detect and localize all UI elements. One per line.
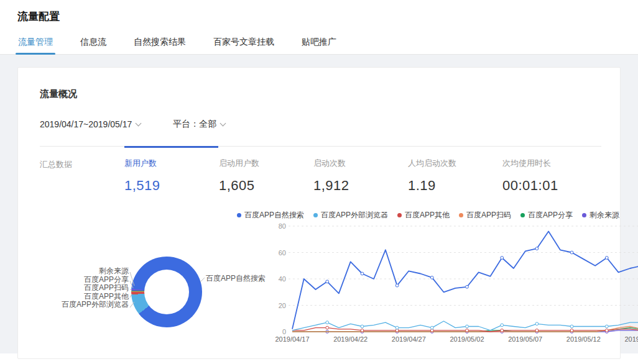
line-chart[interactable]: 0204060802019/04/172019/04/222019/04/272… <box>271 221 638 355</box>
chevron-down-icon <box>136 120 142 126</box>
stat-avg-session-duration[interactable]: 次均使用时长 00:01:01 <box>502 158 597 194</box>
platform-value: 全部 <box>199 119 216 130</box>
date-range-value: 2019/04/17~2019/05/17 <box>40 119 132 129</box>
legend-item-2[interactable]: 百度APP其他 <box>397 210 450 221</box>
svg-text:2019/04/27: 2019/04/27 <box>392 335 426 343</box>
pie-label-app-external-browser: 百度APP外部浏览器 <box>40 301 129 309</box>
stat-avg-launches-per-user[interactable]: 人均启动次数 1.19 <box>408 158 502 194</box>
stat-value: 1,912 <box>313 178 408 194</box>
traffic-overview-card: 流量概况 2019/04/17~2019/05/17 平台： 全部 汇总数据 新… <box>17 67 621 359</box>
svg-text:2019/05/12: 2019/05/12 <box>566 335 601 343</box>
stat-label: 启动用户数 <box>219 158 313 169</box>
donut-chart[interactable] <box>131 257 202 327</box>
svg-text:2019/05/02: 2019/05/02 <box>450 335 484 343</box>
charts-section: 百度APP自然搜索百度APP外部浏览器百度APP其他百度APP扫码百度APP分享… <box>40 207 601 364</box>
tab-baijiahao-article-mount[interactable]: 百家号文章挂载 <box>211 37 277 54</box>
chart-legend: 百度APP自然搜索百度APP外部浏览器百度APP其他百度APP扫码百度APP分享… <box>237 210 619 221</box>
stat-label: 人均启动次数 <box>408 158 502 169</box>
legend-item-0[interactable]: 百度APP自然搜索 <box>237 210 304 221</box>
legend-item-3[interactable]: 百度APP扫码 <box>459 210 511 221</box>
svg-text:0: 0 <box>282 328 286 335</box>
svg-text:40: 40 <box>279 275 286 283</box>
active-stat-indicator <box>124 146 218 148</box>
donut-hole <box>144 270 189 314</box>
svg-text:2019/05/07: 2019/05/07 <box>508 335 542 343</box>
card-title: 流量概况 <box>40 88 601 100</box>
pie-label-app-other: 百度APP其他 <box>40 293 129 301</box>
legend-label: 百度APP外部浏览器 <box>321 210 388 221</box>
svg-text:2019/05/17: 2019/05/17 <box>624 335 638 343</box>
tab-traffic-management[interactable]: 流量管理 <box>16 37 55 54</box>
tab-tieba-promotion[interactable]: 贴吧推广 <box>299 37 339 54</box>
legend-dot-icon <box>237 213 241 217</box>
page-header: 流量配置 <box>0 0 638 24</box>
tab-bar: 流量管理 信息流 自然搜索结果 百家号文章挂载 贴吧推广 <box>0 35 638 55</box>
stat-value: 1,605 <box>219 178 313 194</box>
stat-label: 启动次数 <box>313 158 408 169</box>
stat-launch-count[interactable]: 启动次数 1,912 <box>313 158 408 194</box>
legend-label: 百度APP自然搜索 <box>244 210 304 221</box>
summary-data-label: 汇总数据 <box>40 158 124 194</box>
pie-label-app-share: 百度APP分享 <box>40 276 129 284</box>
stat-value: 1,519 <box>124 178 219 194</box>
platform-label: 平台： <box>173 119 199 130</box>
donut-left-labels: 剩余来源 百度APP分享 百度APP扫码 百度APP其他 百度APP外部浏览器 <box>40 267 129 309</box>
legend-label: 百度APP分享 <box>528 210 573 221</box>
filter-row: 2019/04/17~2019/05/17 平台： 全部 <box>40 119 601 130</box>
pie-label-remaining-sources: 剩余来源 <box>40 267 129 276</box>
pie-label-app-natural-search: 百度APP自然搜索 <box>206 273 266 284</box>
svg-text:2019/04/17: 2019/04/17 <box>275 335 309 343</box>
stat-new-users[interactable]: 新用户数 1,519 <box>124 158 219 194</box>
legend-dot-icon <box>313 213 318 217</box>
tab-info-flow[interactable]: 信息流 <box>78 37 109 54</box>
legend-dot-icon <box>520 213 525 217</box>
page-title: 流量配置 <box>17 9 638 24</box>
legend-dot-icon <box>582 213 586 217</box>
svg-text:80: 80 <box>279 222 286 230</box>
svg-text:60: 60 <box>279 249 286 257</box>
pie-label-app-scan: 百度APP扫码 <box>40 284 129 293</box>
stat-value: 1.19 <box>408 178 502 194</box>
svg-text:20: 20 <box>279 302 286 309</box>
line-chart-area: 0204060802019/04/172019/04/222019/04/272… <box>271 221 638 364</box>
date-range-select[interactable]: 2019/04/17~2019/05/17 <box>40 119 141 129</box>
tab-natural-search-results[interactable]: 自然搜索结果 <box>131 37 188 54</box>
chevron-down-icon <box>220 120 226 126</box>
legend-label: 百度APP扫码 <box>466 210 511 221</box>
stats-divider <box>40 146 601 147</box>
platform-select[interactable]: 平台： 全部 <box>173 119 225 130</box>
legend-dot-icon <box>459 213 463 217</box>
stat-value: 00:01:01 <box>502 178 597 194</box>
legend-item-5[interactable]: 剩余来源 <box>582 210 619 221</box>
stat-launch-users[interactable]: 启动用户数 1,605 <box>219 158 313 194</box>
legend-dot-icon <box>397 213 402 217</box>
legend-item-4[interactable]: 百度APP分享 <box>520 210 573 221</box>
legend-item-1[interactable]: 百度APP外部浏览器 <box>313 210 388 221</box>
legend-label: 剩余来源 <box>589 210 619 221</box>
stat-label: 新用户数 <box>124 158 219 169</box>
svg-text:2019/04/22: 2019/04/22 <box>333 335 368 343</box>
stats-row: 汇总数据 新用户数 1,519 启动用户数 1,605 启动次数 1,912 人… <box>40 147 601 194</box>
content-background: 流量概况 2019/04/17~2019/05/17 平台： 全部 汇总数据 新… <box>0 55 638 353</box>
legend-label: 百度APP其他 <box>405 210 450 221</box>
stat-label: 次均使用时长 <box>502 158 597 169</box>
